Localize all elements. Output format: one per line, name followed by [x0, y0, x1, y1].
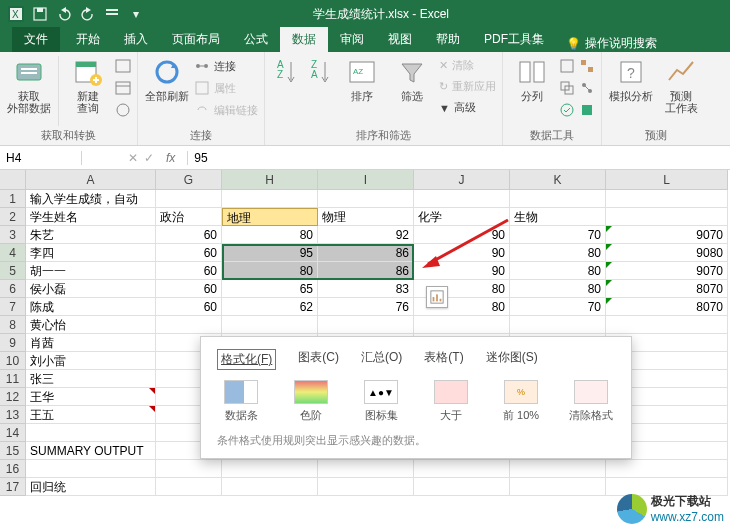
- cell-A17[interactable]: 回归统: [26, 478, 156, 496]
- row-11[interactable]: 11: [0, 370, 26, 388]
- cell-L4[interactable]: 9080: [606, 244, 728, 262]
- cell-H16[interactable]: [222, 460, 318, 478]
- popup-tab-totals[interactable]: 汇总(O): [361, 349, 402, 370]
- forecast-sheet-button[interactable]: 预测 工作表: [658, 56, 704, 114]
- undo-icon[interactable]: [56, 6, 72, 22]
- cell-J8[interactable]: [414, 316, 510, 334]
- col-K[interactable]: K: [510, 170, 606, 190]
- row-6[interactable]: 6: [0, 280, 26, 298]
- cell-K1[interactable]: [510, 190, 606, 208]
- clear-filter-button[interactable]: ✕清除: [439, 56, 496, 75]
- cell-H17[interactable]: [222, 478, 318, 496]
- cell-I17[interactable]: [318, 478, 414, 496]
- row-10[interactable]: 10: [0, 352, 26, 370]
- row-14[interactable]: 14: [0, 424, 26, 442]
- edit-links-button[interactable]: 编辑链接: [194, 100, 258, 120]
- cell-K7[interactable]: 70: [510, 298, 606, 316]
- cell-I8[interactable]: [318, 316, 414, 334]
- sort-az-button[interactable]: AZ: [271, 56, 301, 88]
- col-I[interactable]: I: [318, 170, 414, 190]
- col-L[interactable]: L: [606, 170, 728, 190]
- cell-I3[interactable]: 92: [318, 226, 414, 244]
- tab-pagelayout[interactable]: 页面布局: [160, 27, 232, 52]
- relationships-button[interactable]: [579, 78, 595, 98]
- qat-dropdown-icon[interactable]: ▾: [128, 6, 144, 22]
- cell-H8[interactable]: [222, 316, 318, 334]
- reapply-button[interactable]: ↻重新应用: [439, 77, 496, 96]
- cell-J5[interactable]: 90: [414, 262, 510, 280]
- popup-opt-databars[interactable]: 数据条: [217, 380, 265, 423]
- cell-H1[interactable]: [222, 190, 318, 208]
- cell-G17[interactable]: [156, 478, 222, 496]
- row-1[interactable]: 1: [0, 190, 26, 208]
- tell-me[interactable]: 💡 操作说明搜索: [566, 35, 657, 52]
- cell-K17[interactable]: [510, 478, 606, 496]
- tab-insert[interactable]: 插入: [112, 27, 160, 52]
- col-G[interactable]: G: [156, 170, 222, 190]
- formula-bar[interactable]: 95: [188, 151, 730, 165]
- properties-button[interactable]: 属性: [194, 78, 258, 98]
- cell-A15[interactable]: SUMMARY OUTPUT: [26, 442, 156, 460]
- cell-H2[interactable]: 地理: [222, 208, 318, 226]
- row-12[interactable]: 12: [0, 388, 26, 406]
- cell-A9[interactable]: 肖茜: [26, 334, 156, 352]
- tab-help[interactable]: 帮助: [424, 27, 472, 52]
- cell-G2[interactable]: 政治: [156, 208, 222, 226]
- popup-tab-format[interactable]: 格式化(F): [217, 349, 276, 370]
- row-7[interactable]: 7: [0, 298, 26, 316]
- cell-L16[interactable]: [606, 460, 728, 478]
- refresh-all-button[interactable]: 全部刷新: [144, 56, 190, 102]
- cancel-formula-icon[interactable]: ✕: [128, 151, 138, 165]
- cell-H5[interactable]: 80: [222, 262, 318, 280]
- cell-A12[interactable]: 王华: [26, 388, 156, 406]
- tab-home[interactable]: 开始: [64, 27, 112, 52]
- cell-A7[interactable]: 陈成: [26, 298, 156, 316]
- cell-A8[interactable]: 黄心怡: [26, 316, 156, 334]
- cell-G4[interactable]: 60: [156, 244, 222, 262]
- cell-L7[interactable]: 8070: [606, 298, 728, 316]
- cell-K3[interactable]: 70: [510, 226, 606, 244]
- text-to-columns-button[interactable]: 分列: [509, 56, 555, 102]
- popup-tab-sparkline[interactable]: 迷你图(S): [486, 349, 538, 370]
- fx-icon[interactable]: fx: [160, 151, 181, 165]
- cell-L3[interactable]: 9070: [606, 226, 728, 244]
- col-H[interactable]: H: [222, 170, 318, 190]
- cell-I1[interactable]: [318, 190, 414, 208]
- cell-I5[interactable]: 86: [318, 262, 414, 280]
- cell-A16[interactable]: [26, 460, 156, 478]
- remove-duplicates-button[interactable]: [559, 78, 575, 98]
- cell-A3[interactable]: 朱艺: [26, 226, 156, 244]
- row-16[interactable]: 16: [0, 460, 26, 478]
- advanced-filter-button[interactable]: ▼高级: [439, 98, 496, 117]
- row-17[interactable]: 17: [0, 478, 26, 496]
- show-queries-button[interactable]: [115, 56, 131, 76]
- cell-L8[interactable]: [606, 316, 728, 334]
- cell-G3[interactable]: 60: [156, 226, 222, 244]
- cell-L6[interactable]: 8070: [606, 280, 728, 298]
- row-15[interactable]: 15: [0, 442, 26, 460]
- cell-G5[interactable]: 60: [156, 262, 222, 280]
- quick-analysis-button[interactable]: [426, 286, 448, 308]
- cell-I2[interactable]: 物理: [318, 208, 414, 226]
- from-table-button[interactable]: [115, 78, 131, 98]
- cell-A14[interactable]: [26, 424, 156, 442]
- cell-H6[interactable]: 65: [222, 280, 318, 298]
- cell-I6[interactable]: 83: [318, 280, 414, 298]
- data-validation-button[interactable]: [559, 100, 575, 120]
- cell-I16[interactable]: [318, 460, 414, 478]
- row-13[interactable]: 13: [0, 406, 26, 424]
- cell-G8[interactable]: [156, 316, 222, 334]
- name-box[interactable]: H4: [0, 151, 82, 165]
- row-3[interactable]: 3: [0, 226, 26, 244]
- popup-opt-colorscale[interactable]: 色阶: [287, 380, 335, 423]
- row-8[interactable]: 8: [0, 316, 26, 334]
- cell-J3[interactable]: 90: [414, 226, 510, 244]
- enter-formula-icon[interactable]: ✓: [144, 151, 154, 165]
- tab-review[interactable]: 审阅: [328, 27, 376, 52]
- cell-A10[interactable]: 刘小雷: [26, 352, 156, 370]
- cell-A6[interactable]: 侯小磊: [26, 280, 156, 298]
- cell-A11[interactable]: 张三: [26, 370, 156, 388]
- cell-I4[interactable]: 86: [318, 244, 414, 262]
- consolidate-button[interactable]: [579, 56, 595, 76]
- tab-data[interactable]: 数据: [280, 27, 328, 52]
